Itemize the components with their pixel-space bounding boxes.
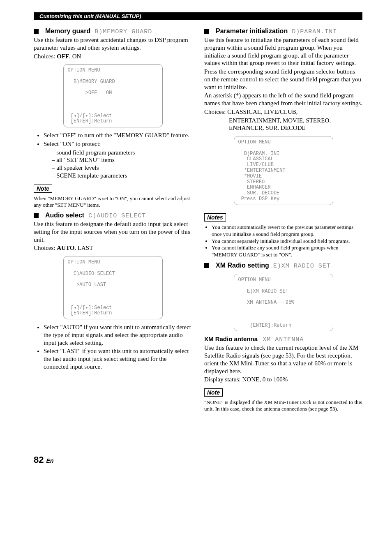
xm-para2: Display status: NONE, 0 to 100% [204, 376, 362, 383]
page-number: 82 En [34, 455, 362, 465]
header-bar: Customizing this unit (MANUAL SETUP) [34, 12, 362, 20]
page-lang: En [46, 457, 54, 464]
square-icon [34, 213, 39, 218]
xm-radio-code: E)XM RADIO SET [273, 263, 331, 270]
pi-choices2: ENTERTAINMENT, MOVIE, STEREO, ENHANCER, … [204, 117, 362, 132]
xm-para1: Use this feature to check the current re… [204, 344, 362, 375]
mg-para1: Use this feature to prevent accidental c… [34, 36, 192, 52]
as-para: Use this feature to designate the defaul… [34, 220, 192, 243]
memory-guard-lcd: OPTION MENU B)MEMORY GUARD >OFF ON [◂]/[… [63, 64, 163, 127]
pi-notes: You cannot automatically revert to the p… [204, 224, 362, 259]
audio-select-lcd: OPTION MENU C)AUDIO SELECT >AUTO LAST [◂… [63, 256, 163, 319]
pi-para3: An asterisk (*) appears to the left of t… [204, 92, 362, 107]
list-item: all speaker levels [52, 164, 192, 172]
list-item: Select "AUTO" if you want this unit to a… [44, 323, 192, 346]
xm-antenna-title: XM Radio antenna [204, 335, 258, 342]
list-item: Select "LAST" if you want this unit to a… [44, 347, 192, 370]
param-ini-heading: Parameter initialization D)PARAM.INI [204, 28, 362, 35]
mg-note: When "MEMORY GUARD" is set to "ON", you … [34, 195, 192, 209]
main-columns: Memory guard B)MEMORY GUARD Use this fea… [34, 24, 362, 413]
square-icon [204, 29, 209, 34]
xm-antenna-subhead: XM Radio antenna XM ANTENNA [204, 335, 362, 343]
as-bullets: Select "AUTO" if you want this unit to a… [34, 323, 192, 371]
square-icon [34, 29, 39, 34]
xm-radio-lcd: OPTION MENU E)XM RADIO SET XM ANTENNA···… [234, 274, 333, 331]
notes-label: Notes [204, 213, 226, 222]
xm-antenna-code: XM ANTENNA [263, 336, 304, 343]
page-number-value: 82 [34, 455, 44, 465]
memory-guard-code: B)MEMORY GUARD [95, 28, 152, 35]
xm-note: "NONE" is displayed if the XM Mini-Tuner… [204, 399, 362, 413]
list-item: You cannot separately initialize individ… [212, 238, 362, 245]
list-item: all "SET MENU" items [52, 156, 192, 164]
xm-radio-heading: XM Radio setting E)XM RADIO SET [204, 262, 362, 270]
audio-select-title: Audio select [45, 212, 84, 219]
mg-choices: Choices: OFF, ON [34, 53, 192, 60]
param-ini-lcd: OPTION MENU D)PARAM. INI CLASSICAL LIVE/… [234, 136, 333, 205]
param-ini-code: D)PARAM.INI [292, 28, 337, 35]
list-item: SCENE template parameters [52, 172, 192, 180]
square-icon [204, 263, 209, 268]
as-choices: Choices: AUTO, LAST [34, 244, 192, 252]
memory-guard-heading: Memory guard B)MEMORY GUARD [34, 28, 192, 35]
right-column: Parameter initialization D)PARAM.INI Use… [204, 24, 362, 413]
mg-bullets: Select "OFF" to turn off the "MEMORY GUA… [34, 132, 192, 180]
pi-choices1: Choices: CLASSICAL, LIVE/CLUB, [204, 108, 362, 116]
list-item: sound field program parameters [52, 149, 192, 157]
memory-guard-title: Memory guard [45, 28, 90, 35]
audio-select-code: C)AUDIO SELECT [88, 212, 146, 219]
list-item: Select "OFF" to turn off the "MEMORY GUA… [44, 132, 192, 139]
note-label: Note [204, 388, 223, 397]
pi-para1: Use this feature to initialize the param… [204, 36, 362, 67]
mg-dashes: sound field program parameters all "SET … [44, 149, 192, 180]
list-item: Select "ON" to protect: sound field prog… [44, 140, 192, 180]
left-column: Memory guard B)MEMORY GUARD Use this fea… [34, 24, 192, 413]
mg-bullet2: Select "ON" to protect: [44, 141, 101, 147]
pi-para2: Press the corresponding sound field prog… [204, 68, 362, 91]
xm-radio-title: XM Radio setting [216, 262, 269, 269]
audio-select-heading: Audio select C)AUDIO SELECT [34, 212, 192, 219]
param-ini-title: Parameter initialization [216, 28, 288, 35]
note-label: Note [34, 185, 52, 193]
list-item: You cannot automatically revert to the p… [212, 224, 362, 238]
list-item: You cannot initialize any sound field pr… [212, 245, 362, 259]
